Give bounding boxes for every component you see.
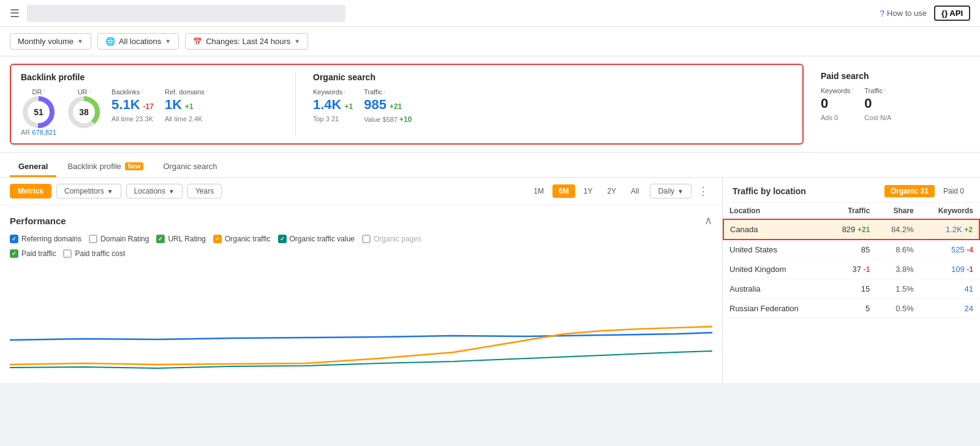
- time-all-button[interactable]: All: [625, 184, 645, 198]
- location-name: Canada: [723, 219, 826, 240]
- dr-metric: DR ⁱ 51 AR 678,821: [21, 88, 56, 136]
- overview-area: Backlink profile DR ⁱ: [0, 56, 980, 153]
- paid-traffic-cost-checkbox[interactable]: Paid traffic cost: [63, 249, 125, 258]
- info-icon[interactable]: ⁱ: [384, 89, 385, 96]
- performance-title: Performance: [10, 216, 66, 226]
- location-name: United Kingdom: [723, 260, 826, 279]
- paid-tab[interactable]: Paid 0: [937, 185, 970, 197]
- location-traffic: 85: [826, 240, 876, 260]
- locations-button[interactable]: Locations ▼: [126, 184, 183, 198]
- checkboxes-row: ✓ Referring domains Domain Rating ✓ URL …: [10, 235, 712, 243]
- info-icon[interactable]: ⁱ: [44, 89, 45, 96]
- backlinks-metric: Backlinks ⁱ 5.1K -17 All time 23.3K: [111, 88, 154, 123]
- col-location: Location: [723, 203, 826, 219]
- all-locations-filter[interactable]: 🌐 All locations ▼: [97, 33, 179, 50]
- location-name: Australia: [723, 279, 826, 299]
- traffic-location-tabs: Organic 31 Paid 0: [884, 185, 970, 197]
- paid-traffic-checkbox[interactable]: ✓ Paid traffic: [10, 249, 56, 258]
- location-share: 1.5%: [876, 279, 919, 299]
- tab-organic-search[interactable]: Organic search: [154, 157, 225, 177]
- organic-tab[interactable]: Organic 31: [884, 185, 935, 197]
- organic-traffic-metric: Traffic ⁱ 985 +21 Value $587 +10: [364, 88, 412, 124]
- location-traffic: 829 +21: [826, 219, 876, 240]
- info-icon[interactable]: ⁱ: [884, 88, 886, 94]
- location-traffic: 5: [826, 299, 876, 319]
- table-row: United States 85 8.6% 525 -4: [723, 240, 979, 260]
- vertical-divider: [295, 72, 296, 136]
- location-name: United States: [723, 240, 826, 260]
- domain-rating-checkbox[interactable]: Domain Rating: [89, 235, 149, 243]
- location-name: Russian Federation: [723, 299, 826, 319]
- location-share: 84.2%: [876, 219, 919, 240]
- more-options-icon[interactable]: ⋮: [694, 184, 712, 198]
- api-button[interactable]: {} API: [934, 6, 970, 21]
- collapse-button[interactable]: ∧: [704, 214, 712, 227]
- url-rating-checkbox[interactable]: ✓ URL Rating: [156, 235, 206, 243]
- main-tabs: General Backlink profile New Organic sea…: [0, 153, 980, 178]
- metrics-button[interactable]: Metrics: [10, 184, 51, 198]
- location-table: Location Traffic Share Keywords Canada 8…: [723, 203, 980, 319]
- chart-toolbar: Metrics Competitors ▼ Locations ▼ Years …: [0, 178, 722, 205]
- new-badge: New: [125, 162, 144, 170]
- time-2y-button[interactable]: 2Y: [601, 184, 622, 198]
- time-6m-button[interactable]: 6M: [552, 184, 575, 198]
- chevron-down-icon: ▼: [294, 38, 300, 45]
- topbar-right: ? How to use {} API: [880, 6, 970, 21]
- traffic-by-location-header: Traffic by location Organic 31 Paid 0: [723, 178, 980, 203]
- tab-backlink-profile[interactable]: Backlink profile New: [59, 157, 152, 177]
- table-row: Russian Federation 5 0.5% 24: [723, 299, 979, 319]
- years-button[interactable]: Years: [187, 184, 222, 198]
- search-bar[interactable]: [27, 5, 345, 22]
- info-icon[interactable]: ⁱ: [142, 89, 143, 96]
- time-1m-button[interactable]: 1M: [527, 184, 550, 198]
- info-icon[interactable]: ⁱ: [852, 88, 853, 94]
- chevron-down-icon: ▼: [107, 188, 113, 195]
- backlink-organic-card: Backlink profile DR ⁱ: [10, 64, 804, 145]
- paid-keywords-metric: Keywords ⁱ 0 Ads 0: [821, 87, 853, 121]
- paid-traffic-metric: Traffic ⁱ 0 Cost N/A: [864, 87, 891, 121]
- topbar: ☰ ? How to use {} API: [0, 0, 980, 27]
- table-row: Australia 15 1.5% 41: [723, 279, 979, 299]
- table-row: Canada 829 +21 84.2% 1.2K +2: [723, 219, 979, 240]
- col-keywords: Keywords: [920, 203, 979, 219]
- changes-filter[interactable]: 📅 Changes: Last 24 hours ▼: [185, 33, 308, 50]
- location-keywords: 1.2K +2: [920, 219, 979, 240]
- paid-search-section: Paid search Keywords ⁱ 0 Ads 0 Traffic ⁱ…: [811, 64, 970, 145]
- hamburger-icon[interactable]: ☰: [10, 7, 20, 20]
- location-keywords: 109 -1: [920, 260, 979, 279]
- organic-search-title: Organic search: [313, 72, 412, 82]
- location-keywords: 41: [920, 279, 979, 299]
- ar-row: AR 678,821: [21, 129, 56, 136]
- granularity-button[interactable]: Daily ▼: [650, 184, 692, 198]
- tab-general[interactable]: General: [10, 157, 56, 177]
- monthly-volume-filter[interactable]: Monthly volume ▼: [10, 33, 91, 50]
- col-traffic: Traffic: [826, 203, 876, 219]
- location-share: 8.6%: [876, 240, 919, 260]
- how-to-use-link[interactable]: ? How to use: [880, 9, 927, 18]
- organic-search-section: Organic search Keywords ⁱ 1.4K +1: [313, 72, 412, 124]
- competitors-button[interactable]: Competitors ▼: [56, 184, 121, 198]
- info-icon[interactable]: ⁱ: [89, 89, 91, 96]
- location-share: 0.5%: [876, 299, 919, 319]
- ref-domains-metric: Ref. domains ⁱ 1K +1 All time 2.4K: [165, 88, 208, 123]
- organic-traffic-checkbox[interactable]: ✓ Organic traffic: [213, 235, 270, 243]
- filterbar: Monthly volume ▼ 🌐 All locations ▼ 📅 Cha…: [0, 27, 980, 56]
- calendar-icon: 📅: [193, 37, 202, 46]
- info-icon[interactable]: ⁱ: [206, 89, 208, 96]
- referring-domains-checkbox[interactable]: ✓ Referring domains: [10, 235, 81, 243]
- question-icon: ?: [880, 9, 884, 18]
- chart-area: [0, 273, 722, 383]
- topbar-left: ☰: [10, 5, 345, 22]
- time-1y-button[interactable]: 1Y: [578, 184, 599, 198]
- globe-icon: 🌐: [105, 37, 115, 46]
- checkboxes-row-2: ✓ Paid traffic Paid traffic cost: [10, 249, 712, 258]
- organic-traffic-value-checkbox[interactable]: ✓ Organic traffic value: [278, 235, 355, 243]
- right-panel: Traffic by location Organic 31 Paid 0 Lo…: [723, 178, 980, 383]
- organic-pages-checkbox[interactable]: Organic pages: [362, 235, 421, 243]
- info-icon[interactable]: ⁱ: [344, 89, 345, 96]
- left-panel: Metrics Competitors ▼ Locations ▼ Years …: [0, 178, 723, 383]
- location-traffic: 15: [826, 279, 876, 299]
- chevron-down-icon: ▼: [677, 188, 684, 195]
- organic-keywords-metric: Keywords ⁱ 1.4K +1 Top 3 21: [313, 88, 353, 123]
- col-share: Share: [876, 203, 919, 219]
